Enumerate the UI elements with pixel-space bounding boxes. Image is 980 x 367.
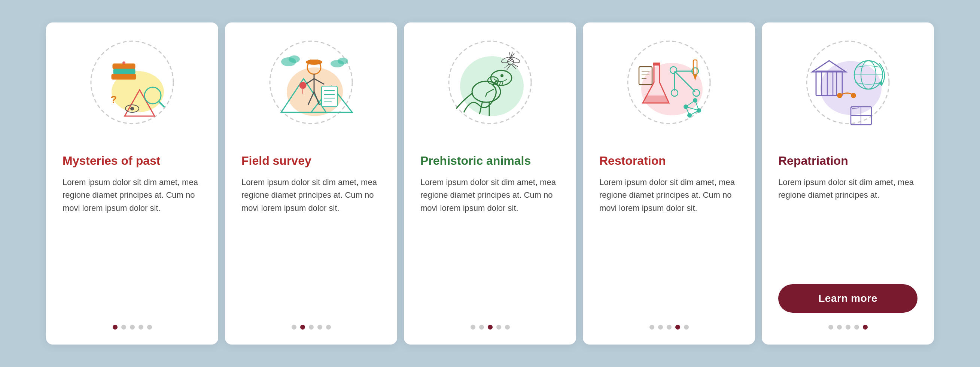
svg-text:?: ? [110, 94, 117, 105]
svg-rect-25 [321, 86, 337, 107]
dot-2 [658, 325, 663, 330]
card-mysteries: ? Mysteries of past Lorem ipsum dolor si… [46, 22, 218, 345]
card-content-restoration: Restoration Lorem ipsum dolor sit dim am… [583, 153, 755, 330]
dot-4 [854, 325, 859, 330]
illustration-field-survey [225, 22, 397, 150]
dot-2 [479, 325, 484, 330]
card-content-field-survey: Field survey Lorem ipsum dolor sit dim a… [225, 153, 397, 330]
card-body-prehistoric: Lorem ipsum dolor sit dim amet, mea regi… [420, 176, 560, 313]
svg-rect-4 [113, 69, 135, 74]
dot-5 [684, 325, 689, 330]
dot-5 [326, 325, 331, 330]
card-content-repatriation: Repatriation Lorem ipsum dolor sit dim a… [762, 153, 934, 330]
dot-3 [846, 325, 851, 330]
svg-rect-3 [113, 64, 135, 69]
card-title-prehistoric: Prehistoric animals [420, 153, 531, 168]
svg-point-92 [851, 93, 856, 98]
dot-2 [837, 325, 842, 330]
dot-4 [317, 325, 322, 330]
svg-rect-61 [653, 62, 660, 65]
card-content-mysteries: Mysteries of past Lorem ipsum dolor sit … [46, 153, 218, 330]
dot-3 [488, 325, 493, 330]
card-title-mysteries: Mysteries of past [62, 153, 160, 168]
dot-3 [667, 325, 671, 330]
svg-point-37 [460, 56, 524, 116]
dot-5 [505, 325, 510, 330]
dots-prehistoric [420, 325, 560, 330]
dot-4 [675, 325, 680, 330]
dot-4 [138, 325, 143, 330]
card-body-restoration: Lorem ipsum dolor sit dim amet, mea regi… [599, 176, 738, 313]
svg-rect-19 [310, 59, 318, 63]
svg-point-42 [501, 74, 503, 77]
svg-point-30 [299, 82, 306, 89]
card-title-repatriation: Repatriation [778, 153, 848, 168]
cards-container: ? Mysteries of past Lorem ipsum dolor si… [27, 8, 953, 359]
dots-field-survey [242, 325, 381, 330]
dot-3 [309, 325, 314, 330]
card-body-field-survey: Lorem ipsum dolor sit dim amet, mea regi… [242, 176, 381, 313]
card-body-mysteries: Lorem ipsum dolor sit dim amet, mea regi… [62, 176, 202, 313]
dot-2 [121, 325, 126, 330]
card-restoration: Restoration Lorem ipsum dolor sit dim am… [583, 22, 755, 345]
svg-rect-5 [111, 74, 136, 80]
dots-repatriation [778, 325, 918, 330]
card-repatriation: Repatriation Lorem ipsum dolor sit dim a… [762, 22, 934, 345]
dot-1 [471, 325, 476, 330]
card-content-prehistoric: Prehistoric animals Lorem ipsum dolor si… [404, 153, 576, 330]
svg-point-12 [130, 107, 134, 110]
illustration-restoration [583, 22, 755, 150]
svg-line-75 [689, 110, 699, 115]
card-field-survey: Field survey Lorem ipsum dolor sit dim a… [225, 22, 397, 345]
dot-1 [113, 325, 118, 330]
card-title-field-survey: Field survey [242, 153, 312, 168]
card-prehistoric: Prehistoric animals Lorem ipsum dolor si… [404, 22, 576, 345]
dot-1 [292, 325, 296, 330]
dot-1 [649, 325, 654, 330]
dot-2 [300, 325, 305, 330]
card-body-repatriation: Lorem ipsum dolor sit dim amet, mea regi… [778, 176, 918, 274]
dot-5 [147, 325, 152, 330]
dot-5 [863, 325, 868, 330]
dot-3 [130, 325, 135, 330]
illustration-mysteries: ? [46, 22, 218, 150]
dot-1 [828, 325, 833, 330]
svg-point-33 [289, 56, 300, 63]
svg-line-9 [159, 102, 164, 107]
illustration-repatriation [762, 22, 934, 150]
dots-restoration [599, 325, 738, 330]
svg-point-91 [837, 93, 842, 98]
svg-point-35 [338, 57, 348, 64]
learn-more-button[interactable]: Learn more [778, 284, 918, 313]
svg-line-50 [509, 53, 511, 59]
dots-mysteries [62, 325, 202, 330]
dot-4 [496, 325, 501, 330]
illustration-prehistoric [404, 22, 576, 150]
card-title-restoration: Restoration [599, 153, 666, 168]
